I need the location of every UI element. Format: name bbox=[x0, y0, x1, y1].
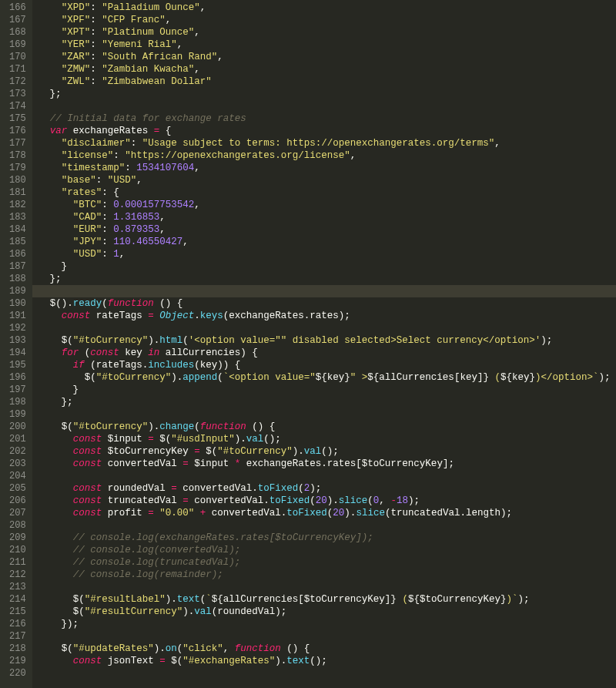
code-line[interactable]: // console.log(exchangeRates.rates[$toCu… bbox=[38, 532, 616, 544]
code-line[interactable]: $("#resultCurrency").val(roundedVal); bbox=[38, 606, 616, 618]
token-p: ). bbox=[293, 446, 304, 457]
code-line[interactable]: "license": "https://openexchangerates.or… bbox=[38, 149, 616, 162]
token-s: "#exchangeRates" bbox=[182, 656, 275, 666]
token-p: ${ bbox=[212, 594, 223, 605]
code-line[interactable]: var exchangeRates = { bbox=[38, 125, 616, 137]
token-n: 1534107604 bbox=[136, 163, 194, 173]
token-p: }); bbox=[38, 619, 79, 629]
token-p: . bbox=[252, 483, 258, 494]
code-line[interactable]: }; bbox=[38, 396, 616, 408]
token-call: val bbox=[194, 606, 212, 617]
token-p: , bbox=[177, 39, 183, 50]
token-p: ( bbox=[85, 360, 96, 371]
code-line[interactable]: const roundedVal = convertedVal.toFixed(… bbox=[38, 482, 616, 495]
token-call: toFixed bbox=[270, 495, 310, 506]
token-op: = bbox=[159, 656, 166, 666]
code-line[interactable]: for (const key in allCurrencies) { bbox=[38, 347, 616, 359]
code-line[interactable]: $("#toCurrency").append(`<option value="… bbox=[38, 371, 616, 384]
token-p: , bbox=[194, 64, 200, 75]
token-p bbox=[38, 126, 50, 136]
code-line[interactable] bbox=[38, 322, 616, 334]
code-line[interactable]: "ZAR": "South African Rand", bbox=[38, 51, 616, 63]
code-line[interactable]: "JPY": 110.46550427, bbox=[38, 236, 616, 248]
token-p bbox=[38, 446, 73, 457]
code-line[interactable]: // console.log(remainder); bbox=[38, 569, 616, 581]
token-s: "base" bbox=[62, 175, 96, 186]
code-line[interactable]: const $toCurrencyKey = $("#toCurrency").… bbox=[38, 445, 616, 458]
code-line[interactable]: "CAD": 1.316853, bbox=[38, 211, 616, 223]
code-line[interactable]: "XPT": "Platinum Ounce", bbox=[38, 26, 616, 39]
token-p bbox=[38, 76, 62, 87]
code-line[interactable]: "EUR": 0.879353, bbox=[38, 223, 616, 236]
code-line[interactable]: const jsonText = $("#exchangeRates").tex… bbox=[38, 655, 616, 667]
line-number: 207 bbox=[9, 507, 26, 519]
code-line[interactable]: }; bbox=[38, 88, 616, 100]
token-p: ). bbox=[235, 434, 246, 445]
code-line[interactable] bbox=[38, 581, 616, 593]
code-line[interactable]: $("#updateRates").on("click", function (… bbox=[38, 643, 616, 655]
code-line[interactable]: // console.log(truncatedVal); bbox=[38, 556, 616, 569]
code-line[interactable] bbox=[38, 667, 616, 680]
token-p: ( bbox=[102, 298, 108, 309]
token-s: "Usage subject to terms: https://openexc… bbox=[142, 138, 495, 149]
token-p bbox=[38, 39, 62, 50]
token-p bbox=[159, 347, 166, 358]
code-line[interactable]: $("#toCurrency").change(function () { bbox=[38, 421, 616, 433]
code-line[interactable]: }); bbox=[38, 618, 616, 630]
code-line[interactable]: "disclaimer": "Usage subject to terms: h… bbox=[38, 137, 616, 149]
token-p bbox=[38, 249, 73, 260]
token-p bbox=[38, 2, 62, 13]
code-line[interactable]: const $input = $("#usdInput").val(); bbox=[38, 433, 616, 445]
token-p: () { bbox=[246, 421, 276, 432]
code-line[interactable] bbox=[38, 630, 616, 643]
code-line[interactable]: "XPF": "CFP Franc", bbox=[38, 14, 616, 26]
code-line[interactable]: "YER": "Yemeni Rial", bbox=[38, 39, 616, 51]
token-d: key bbox=[512, 372, 530, 383]
code-area[interactable]: "XPD": "Palladium Ounce", "XPF": "CFP Fr… bbox=[32, 0, 616, 688]
token-s: "Zambian Kwacha" bbox=[102, 64, 194, 75]
code-line[interactable]: // Initial data for exchange rates bbox=[38, 112, 616, 125]
code-line[interactable]: "USD": 1, bbox=[38, 248, 616, 260]
line-number: 180 bbox=[9, 174, 26, 186]
token-p bbox=[38, 372, 85, 383]
token-s: "CAD" bbox=[73, 212, 102, 223]
code-line[interactable]: "rates": { bbox=[38, 186, 616, 199]
code-line[interactable]: "BTC": 0.000157753542, bbox=[38, 199, 616, 211]
token-d: rateTags bbox=[96, 360, 142, 371]
code-line[interactable]: const convertedVal = $input * exchangeRa… bbox=[38, 458, 616, 470]
code-line[interactable]: $("#resultLabel").text(`${allCurrencies[… bbox=[38, 593, 616, 606]
token-p: , bbox=[494, 138, 500, 149]
token-d: $ bbox=[50, 298, 56, 309]
token-p bbox=[194, 508, 200, 519]
code-line[interactable]: } bbox=[38, 384, 616, 396]
token-k: const bbox=[90, 347, 119, 358]
code-line[interactable]: "timestamp": 1534107604, bbox=[38, 162, 616, 174]
code-line[interactable]: "ZWL": "Zimbabwean Dollar" bbox=[38, 76, 616, 88]
code-line[interactable]: const rateTags = Object.keys(exchangeRat… bbox=[38, 310, 616, 322]
code-line[interactable]: const profit = "0.00" + convertedVal.toF… bbox=[38, 507, 616, 519]
token-op: - bbox=[390, 495, 397, 506]
code-line[interactable]: const truncatedVal = convertedVal.toFixe… bbox=[38, 495, 616, 507]
code-line[interactable]: "base": "USD", bbox=[38, 174, 616, 186]
token-p bbox=[38, 212, 73, 223]
code-line[interactable]: } bbox=[38, 260, 616, 273]
code-line[interactable] bbox=[38, 519, 616, 532]
token-s: "EUR" bbox=[73, 224, 102, 235]
code-line[interactable] bbox=[32, 285, 616, 297]
code-line[interactable]: if (rateTags.includes(key)) { bbox=[38, 359, 616, 371]
code-line[interactable]: }; bbox=[38, 273, 616, 285]
token-p bbox=[38, 113, 50, 124]
code-line[interactable]: "ZMW": "Zambian Kwacha", bbox=[38, 63, 616, 76]
code-line[interactable] bbox=[38, 470, 616, 482]
line-number: 178 bbox=[9, 149, 26, 162]
code-line[interactable]: $().ready(function () { bbox=[38, 297, 616, 310]
code-line[interactable]: // console.log(convertedVal); bbox=[38, 544, 616, 556]
code-line[interactable] bbox=[38, 408, 616, 421]
line-number: 199 bbox=[9, 408, 26, 421]
token-call: text bbox=[286, 656, 310, 666]
code-line[interactable]: $("#toCurrency").html('<option value="" … bbox=[38, 334, 616, 347]
token-p: } bbox=[390, 594, 397, 605]
code-line[interactable]: "XPD": "Palladium Ounce", bbox=[38, 2, 616, 14]
code-line[interactable] bbox=[38, 100, 616, 112]
code-editor[interactable]: 1661671681691701711721731741751761771781… bbox=[0, 0, 616, 688]
